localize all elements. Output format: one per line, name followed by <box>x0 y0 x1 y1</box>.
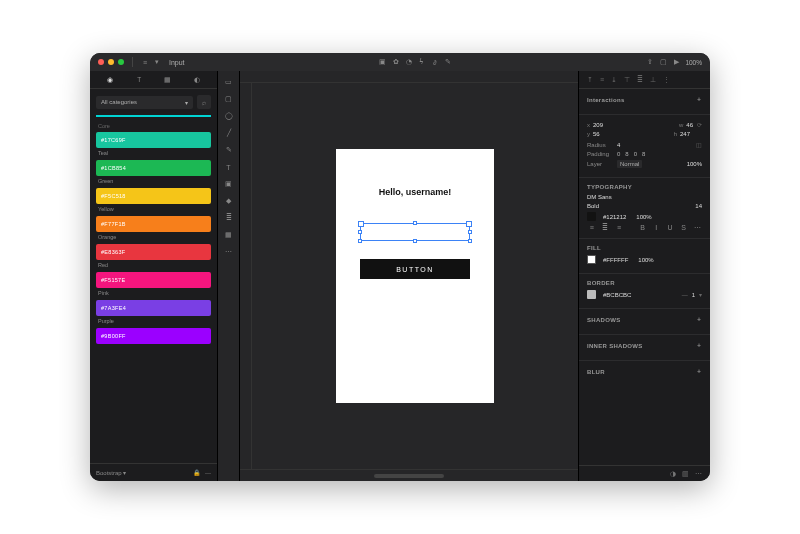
padding-inputs[interactable]: 0808 <box>617 151 645 157</box>
border-style-icon[interactable]: — <box>682 292 688 298</box>
lock-aspect-icon[interactable]: ⟳ <box>697 121 702 128</box>
align-middle-icon[interactable]: ≣ <box>637 76 643 84</box>
play-icon[interactable]: ▶ <box>672 58 680 66</box>
text-color-opacity[interactable]: 100% <box>636 214 651 220</box>
brush-icon[interactable]: ✎ <box>444 58 452 66</box>
artboard-heading[interactable]: Hello, username! <box>379 187 452 197</box>
font-weight-select[interactable]: Bold <box>587 203 599 209</box>
border-color-hex[interactable]: #BCBCBC <box>603 292 631 298</box>
more-type-icon[interactable]: ⋯ <box>692 224 702 232</box>
color-swatch[interactable]: #9B00FF <box>96 328 211 344</box>
italic-icon[interactable]: I <box>651 224 661 232</box>
align-top-icon[interactable]: ⊤ <box>624 76 630 84</box>
footer-icon-2[interactable]: ▥ <box>682 470 689 478</box>
minimize-window-button[interactable] <box>108 59 114 65</box>
titlebar: ≡ ▾ Input ▣ ✿ ◔ ϟ ∂ ✎ ⇪ ▢ ▶ 100% <box>90 53 710 71</box>
canvas[interactable]: Hello, username! BUTTON <box>252 83 578 469</box>
border-width-input[interactable]: 1 <box>692 292 695 298</box>
shape-tool-icon[interactable]: ◯ <box>224 111 234 121</box>
h-input[interactable]: 247 <box>680 131 690 137</box>
text-align-right-icon[interactable]: ≡ <box>614 224 624 232</box>
layers-tool-icon[interactable]: ≣ <box>224 213 234 223</box>
select-tool-icon[interactable]: ▭ <box>224 77 234 87</box>
align-left-icon[interactable]: ⤒ <box>587 76 593 84</box>
lightning-icon[interactable]: ϟ <box>418 58 426 66</box>
menu-icon[interactable]: ≡ <box>141 58 149 66</box>
radius-input[interactable]: 4 <box>617 142 620 148</box>
color-swatch[interactable]: #F77F1BOrange <box>96 216 211 240</box>
panel-icon[interactable]: ▢ <box>659 58 667 66</box>
align-center-h-icon[interactable]: ≡ <box>600 76 604 83</box>
maximize-window-button[interactable] <box>118 59 124 65</box>
font-size-input[interactable]: 14 <box>695 203 702 209</box>
text-tool-icon[interactable]: T <box>224 162 234 172</box>
gear-icon[interactable]: ✿ <box>392 58 400 66</box>
color-tab-icon[interactable]: ◉ <box>105 76 115 84</box>
add-blur-button[interactable]: ＋ <box>696 367 702 376</box>
pen-tool-icon[interactable]: ✎ <box>224 145 234 155</box>
fill-color-hex[interactable]: #FFFFFF <box>603 257 628 263</box>
font-family-select[interactable]: DM Sans <box>587 194 612 200</box>
line-tool-icon[interactable]: ╱ <box>224 128 234 138</box>
components-tab-icon[interactable]: ▦ <box>163 76 173 84</box>
library-select[interactable]: Bootstrap ▾ <box>96 469 126 476</box>
settings-icon[interactable]: ⋯ <box>205 469 211 476</box>
underline-icon[interactable]: U <box>665 224 675 232</box>
color-swatch[interactable]: #7A3FE4Purple <box>96 300 211 324</box>
link-icon[interactable]: ∂ <box>431 58 439 66</box>
zoom-level[interactable]: 100% <box>685 59 702 66</box>
chevron-down-icon[interactable]: ▾ <box>153 58 161 66</box>
search-icon[interactable]: ⌕ <box>197 95 211 109</box>
align-bottom-icon[interactable]: ⊥ <box>650 76 656 84</box>
component-tool-icon[interactable]: ◆ <box>224 196 234 206</box>
blend-mode-select[interactable]: Normal <box>617 160 642 168</box>
selected-input-element[interactable] <box>360 223 470 241</box>
text-color-swatch[interactable] <box>587 212 596 221</box>
color-swatch[interactable]: #17C69FTeal <box>96 132 211 156</box>
radius-corners-icon[interactable]: ◫ <box>696 141 702 148</box>
share-icon[interactable]: ⇪ <box>646 58 654 66</box>
left-sidebar-tabs: ◉ T ▦ ◐ <box>90 71 217 89</box>
color-swatch[interactable]: #F5C518Yellow <box>96 188 211 212</box>
w-input[interactable]: 46 <box>686 122 693 128</box>
frame-tool-icon[interactable]: ▢ <box>224 94 234 104</box>
color-swatch[interactable]: #E8363FRed <box>96 244 211 268</box>
ruler-horizontal <box>240 71 578 83</box>
add-inner-shadow-button[interactable]: ＋ <box>696 341 702 350</box>
text-tab-icon[interactable]: T <box>134 76 144 83</box>
x-input[interactable]: 209 <box>593 122 603 128</box>
cursor-tool-icon[interactable]: ▣ <box>379 58 387 66</box>
color-swatch[interactable]: #F5157EPink <box>96 272 211 296</box>
y-input[interactable]: 56 <box>593 131 600 137</box>
align-right-icon[interactable]: ⤓ <box>611 76 617 84</box>
grid-tool-icon[interactable]: ▦ <box>224 230 234 240</box>
fill-opacity[interactable]: 100% <box>638 257 653 263</box>
footer-icon-1[interactable]: ◑ <box>670 470 676 478</box>
image-tool-icon[interactable]: ▣ <box>224 179 234 189</box>
opacity-input[interactable]: 100% <box>687 161 702 167</box>
text-align-left-icon[interactable]: ≡ <box>587 224 597 232</box>
interactions-heading: Interactions <box>587 97 625 103</box>
strike-icon[interactable]: S <box>679 224 689 232</box>
lock-icon[interactable]: 🔒 <box>193 469 200 476</box>
border-color-swatch[interactable] <box>587 290 596 299</box>
horizontal-scrollbar[interactable] <box>374 474 444 478</box>
add-interaction-button[interactable]: ＋ <box>696 95 702 104</box>
category-select[interactable]: All categories ▾ <box>96 96 193 109</box>
close-window-button[interactable] <box>98 59 104 65</box>
fill-color-swatch[interactable] <box>587 255 596 264</box>
distribute-icon[interactable]: ⋮ <box>663 76 670 84</box>
add-shadow-button[interactable]: ＋ <box>696 315 702 324</box>
shadows-section: SHADOWS＋ <box>579 309 710 335</box>
text-align-center-icon[interactable]: ≣ <box>601 224 611 232</box>
border-options-icon[interactable]: ▾ <box>699 291 702 298</box>
bold-icon[interactable]: B <box>638 224 648 232</box>
artboard[interactable]: Hello, username! BUTTON <box>336 149 494 403</box>
footer-icon-3[interactable]: ⋯ <box>695 470 702 478</box>
more-tools-icon[interactable]: ⋯ <box>224 247 234 257</box>
assets-tab-icon[interactable]: ◐ <box>192 76 202 84</box>
text-color-hex[interactable]: #121212 <box>603 214 626 220</box>
effects-icon[interactable]: ◔ <box>405 58 413 66</box>
artboard-button[interactable]: BUTTON <box>360 259 470 279</box>
color-swatch[interactable]: #1CB854Green <box>96 160 211 184</box>
